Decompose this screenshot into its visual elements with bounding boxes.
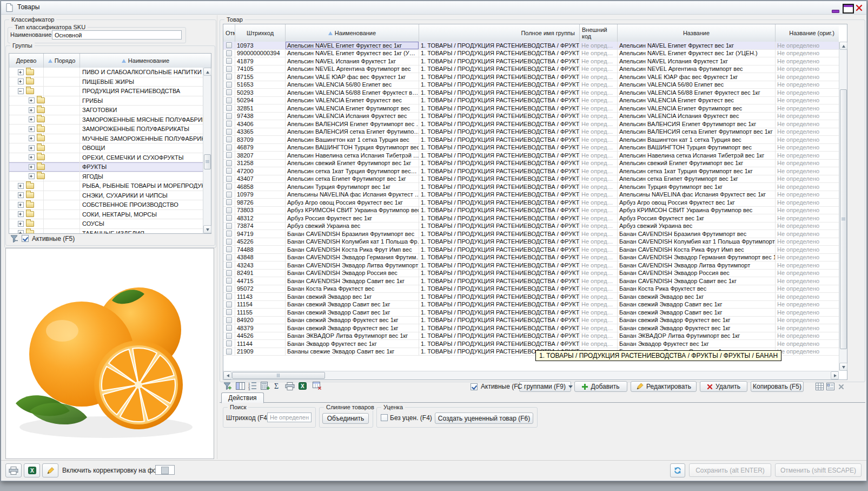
table-row[interactable]: 48312Арбуз Россия Фруктест вес 1кг1. ТОВ… — [223, 214, 839, 222]
tree-item[interactable]: ОВОЩИ — [9, 143, 203, 153]
print-button[interactable] — [5, 463, 22, 477]
tree-item[interactable]: ЗАМОРОЖЕННЫЕ ПОЛУФАБРИКАТЫ — [9, 125, 203, 134]
excel-icon[interactable]: X — [299, 382, 307, 390]
table-row[interactable]: 38207Апельсин Навелина сетка Испания Тиб… — [223, 152, 839, 160]
create-markdown-button[interactable]: Создать уцененный товар (F6) — [435, 413, 533, 424]
table-hscrollbar[interactable] — [223, 371, 839, 379]
row-checkbox[interactable] — [226, 270, 232, 276]
tree-item[interactable]: СОБСТВЕННОЕ ПРОИЗВОДСТВО — [9, 200, 203, 210]
expand-icon[interactable] — [18, 230, 24, 233]
table-row[interactable]: 10979Апельсины NAVELINA фас Испания Фрук… — [223, 191, 839, 199]
table-row[interactable]: 41879Апельсин NAVEL Испания Фруктест 1кг… — [223, 57, 839, 66]
table-row[interactable]: 73874Арбуз свежий Украина вес1. ТОВАРЫ /… — [223, 222, 839, 231]
tree-item[interactable]: МУЧНЫЕ ЗАМОРОЖЕННЫЕ ПОЛУФАБРИКАТЫ — [9, 134, 203, 144]
row-checkbox[interactable] — [226, 349, 232, 355]
expand-icon[interactable] — [18, 183, 24, 189]
table-delete-icon[interactable] — [313, 382, 322, 390]
expand-icon[interactable] — [18, 221, 24, 227]
classifier-name-input[interactable] — [52, 30, 182, 40]
table-row[interactable]: 31258Апельсин свежий Египет Фрутимпорт в… — [223, 160, 839, 168]
print-icon[interactable] — [285, 382, 295, 390]
table-row[interactable]: 87155Апельсин VALE ЮАР фас вес Фруктест … — [223, 73, 839, 81]
enable-correction-checkbox[interactable] — [155, 465, 175, 475]
tab-actions[interactable]: Действия — [221, 392, 264, 403]
table-row[interactable]: 98726Арбуз Агро овощ Россия Фруктест вес… — [223, 199, 839, 207]
row-checkbox[interactable] — [226, 58, 232, 64]
row-checkbox[interactable] — [226, 286, 232, 292]
table-row[interactable]: 45226Банан CAVENDISH Колумбия кат 1 Поль… — [223, 238, 839, 246]
tree-item[interactable]: СНЭКИ, СУХАРИКИ И ЧИПСЫ — [9, 191, 203, 201]
row-checkbox[interactable] — [226, 113, 232, 119]
table-row[interactable]: 43407Апельсин сетка Египет Фрутимпорт ве… — [223, 175, 839, 184]
collapse-icon[interactable] — [18, 88, 24, 94]
row-checkbox[interactable] — [226, 309, 232, 315]
row-checkbox[interactable] — [226, 231, 232, 237]
tree-col-header-order[interactable]: Порядо — [44, 54, 80, 68]
expand-icon[interactable] — [18, 202, 24, 208]
row-checkbox[interactable] — [226, 317, 232, 323]
table-row[interactable]: 46858Апельсин Турция Фрутимпорт вес 1кг1… — [223, 183, 839, 191]
tree-active-checkbox[interactable] — [22, 235, 29, 242]
col-header-title-orig[interactable]: Название (ориг.) — [776, 24, 839, 42]
expand-icon[interactable] — [29, 116, 35, 122]
tree-col-header-name[interactable]: Наименование — [80, 54, 211, 68]
row-checkbox[interactable] — [226, 215, 232, 221]
table-row[interactable]: 95072Банан Коста Рика Фруктест вес1. ТОВ… — [223, 285, 839, 293]
row-checkbox[interactable] — [226, 66, 232, 72]
table-row[interactable]: 10973Апельсин NAVEL Египет Фруктест вес … — [223, 42, 839, 50]
tree-item[interactable]: ПИВО И СЛАБОАЛКОГОЛЬНЫЕ НАПИТКИ — [9, 68, 203, 77]
table-row[interactable]: 84920Банан свежий Эквадор Фруктест вес 1… — [223, 317, 839, 325]
tree-item[interactable]: ГРИБЫ — [9, 96, 203, 106]
row-checkbox[interactable] — [226, 82, 232, 88]
table-row[interactable]: 47200Апельсин сетка 1кат Турция Фрутимпо… — [223, 167, 839, 175]
copy-button[interactable]: Копировать (F5) — [751, 381, 804, 392]
search-barcode-input[interactable] — [267, 413, 312, 422]
table-row[interactable]: 44526Банан ЭКВАДОР Литва Фрутимпорт вес … — [223, 332, 839, 341]
scroll-down-icon[interactable] — [839, 363, 847, 371]
panel-close-icon[interactable] — [838, 384, 844, 390]
scroll-down-icon[interactable] — [203, 225, 211, 233]
tree-item[interactable]: СОУСЫ — [9, 219, 203, 229]
row-checkbox[interactable] — [226, 160, 232, 166]
tree-item[interactable]: ПРОДУКЦИЯ РАСТЕНИЕВОДСТВА — [9, 87, 203, 96]
tree-scrollbar-thumb[interactable] — [204, 154, 211, 169]
tree-item[interactable]: ЗАМОРОЖЕННЫЕ МЯСНЫЕ ПОЛУФАБРИКАТЫ — [9, 115, 203, 125]
row-checkbox[interactable] — [226, 333, 232, 339]
row-checkbox[interactable] — [226, 168, 232, 174]
table-row[interactable]: 94719Банан CAVENDISH Бразилия Фрутимпорт… — [223, 230, 839, 238]
edit-form-button[interactable] — [42, 463, 58, 477]
tree-item[interactable]: ЗАГОТОВКИ — [9, 106, 203, 115]
numbered-list-icon[interactable]: 1 2 3 — [248, 382, 257, 390]
expand-icon[interactable] — [29, 97, 35, 103]
expand-icon[interactable] — [29, 173, 35, 179]
no-markdown-checkbox[interactable] — [381, 414, 388, 421]
with-groups-dropdown[interactable]: С группами (F9) — [519, 381, 571, 392]
row-checkbox[interactable] — [226, 129, 232, 135]
table-row[interactable]: 83709Апельсин Вашингтон кат 1 сетка Турц… — [223, 136, 839, 144]
tree-item[interactable]: ПИЩЕВЫЕ ЖИРЫ — [9, 77, 203, 87]
row-checkbox[interactable] — [226, 105, 232, 111]
tree-item[interactable]: СОКИ, НЕКТАРЫ, МОРСЫ — [9, 210, 203, 220]
col-header-name[interactable]: Наименование — [286, 24, 419, 42]
row-checkbox[interactable] — [226, 325, 232, 331]
table-row[interactable]: 50294Апельсин VALENCIA Египет Фруктест в… — [223, 97, 839, 105]
table-row[interactable]: 46879Апельсин ВАШИНГТОН Турция Фрутимпор… — [223, 144, 839, 152]
table-row[interactable]: 82491Банан CAVENDISH Эквадор Россия вес1… — [223, 270, 839, 278]
expand-icon[interactable] — [29, 126, 35, 132]
row-checkbox[interactable] — [226, 293, 232, 299]
table-row[interactable]: 9900000000394Апельсин NAVEL Египет Фрукт… — [223, 50, 839, 58]
col-header-barcode[interactable]: Штрихкод — [235, 24, 286, 42]
table-row[interactable]: 43365Апельсин ВАЛЕНСИЯ сетка Египет Фрут… — [223, 128, 839, 136]
table-row[interactable]: 48379Банан свежий Эквадор Фруктест вес 1… — [223, 324, 839, 332]
expand-icon[interactable] — [18, 192, 24, 198]
table-active-checkbox[interactable] — [471, 383, 478, 390]
row-checkbox[interactable] — [226, 302, 232, 307]
table-hscrollbar-thumb[interactable] — [232, 372, 325, 379]
row-checkbox[interactable] — [226, 97, 232, 103]
filter-plus-icon[interactable] — [223, 382, 231, 390]
merge-button[interactable]: Объединить — [322, 413, 369, 424]
table-row[interactable]: 32851Апельсин VALENCIA Египет Фрутимпорт… — [223, 104, 839, 113]
tree-scrollbar[interactable] — [203, 68, 211, 233]
table-row[interactable]: 11144Банан Эквадор Фруктест вес 1кг1. ТО… — [223, 340, 839, 348]
row-checkbox[interactable] — [226, 50, 232, 56]
